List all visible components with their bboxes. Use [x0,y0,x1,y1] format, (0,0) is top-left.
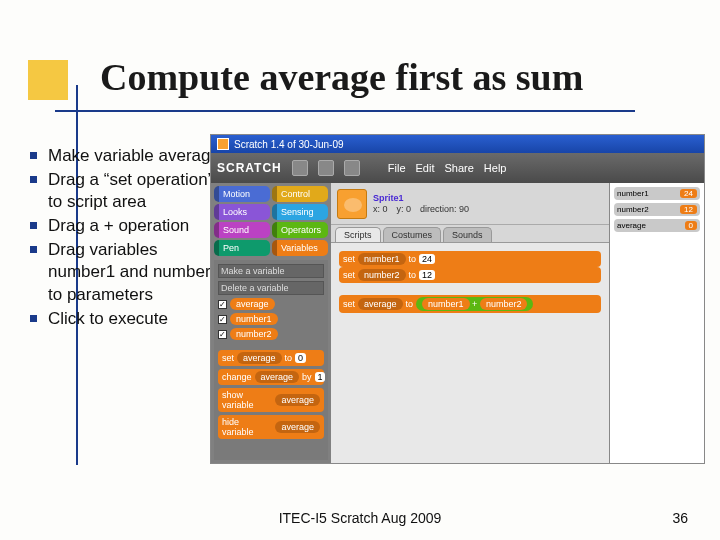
operator-plus-block[interactable]: number1 + number2 [416,297,533,311]
globe-icon[interactable] [292,160,308,176]
block-palette-column: Motion Control Looks Sensing Sound Opera… [211,183,331,463]
category-variables[interactable]: Variables [272,240,328,256]
script-block[interactable]: set average to number1 + number2 [339,295,601,313]
menu-file[interactable]: File [388,162,406,174]
var-pill[interactable]: number1 [230,313,278,325]
slide-divider-horizontal [55,110,635,112]
tab-scripts[interactable]: Scripts [335,227,381,242]
category-motion[interactable]: Motion [214,186,270,202]
category-control[interactable]: Control [272,186,328,202]
reporter-average: average 0 [614,219,700,232]
bullet-list: Make variable average Drag a “set operat… [30,145,220,332]
menu-share[interactable]: Share [444,162,473,174]
script-stack-2[interactable]: set average to number1 + number2 [339,295,601,313]
reporter-value: 0 [685,221,697,230]
block-hide-var[interactable]: hide variable average [218,415,324,439]
window-titlebar: Scratch 1.4 of 30-Jun-09 [211,135,704,153]
variables-palette: Make a variable Delete a variable ✓avera… [214,260,328,460]
bullet-item: Drag a “set operation” to script area [30,169,220,213]
reporter-label: number2 [617,205,649,214]
reporter-value: 24 [680,189,697,198]
sprite-name: Sprite1 [373,193,469,204]
script-block[interactable]: set number2 to 12 [339,267,601,283]
sprite-meta: Sprite1 x: 0 y: 0 direction: 90 [373,193,469,215]
scratch-window: Scratch 1.4 of 30-Jun-09 SCRATCH File Ed… [210,134,705,464]
tab-costumes[interactable]: Costumes [383,227,442,242]
block-change[interactable]: change average by 1 [218,369,324,385]
bullet-item: Click to execute [30,308,220,330]
sprite-header: Sprite1 x: 0 y: 0 direction: 90 [331,183,609,225]
slide-footer: ITEC-I5 Scratch Aug 2009 [0,510,720,526]
slide-accent-square [28,60,68,100]
delete-variable-button[interactable]: Delete a variable [218,281,324,295]
scratch-logo: SCRATCH [217,161,282,175]
bullet-item: Drag variables number1 and number2 to pa… [30,239,220,305]
menu-edit[interactable]: Edit [416,162,435,174]
menubar: SCRATCH File Edit Share Help [211,153,704,183]
var-checkbox-average[interactable]: ✓average [218,298,324,310]
open-icon[interactable] [344,160,360,176]
reporter-number2: number2 12 [614,203,700,216]
tab-sounds[interactable]: Sounds [443,227,492,242]
app-icon [217,138,229,150]
window-title: Scratch 1.4 of 30-Jun-09 [234,139,344,150]
var-checkbox-number2[interactable]: ✓number2 [218,328,324,340]
stage-column: number1 24 number2 12 average 0 [609,183,704,463]
save-icon[interactable] [318,160,334,176]
category-sound[interactable]: Sound [214,222,270,238]
category-looks[interactable]: Looks [214,204,270,220]
category-sensing[interactable]: Sensing [272,204,328,220]
block-show-var[interactable]: show variable average [218,388,324,412]
menu-help[interactable]: Help [484,162,507,174]
sprite-thumbnail-icon[interactable] [337,189,367,219]
slide-title: Compute average first as sum [100,55,583,99]
category-operators[interactable]: Operators [272,222,328,238]
reporter-number1: number1 24 [614,187,700,200]
var-pill[interactable]: average [230,298,275,310]
category-pen[interactable]: Pen [214,240,270,256]
reporter-label: average [617,221,646,230]
script-stack-1[interactable]: set number1 to 24 set number2 to 12 [339,251,601,283]
scripts-column: Sprite1 x: 0 y: 0 direction: 90 Scripts … [331,183,609,463]
block-set[interactable]: set average to 0 [218,350,324,366]
script-block[interactable]: set number1 to 24 [339,251,601,267]
script-area[interactable]: set number1 to 24 set number2 to 12 set [331,242,609,463]
bullet-item: Drag a + operation [30,215,220,237]
reporter-value: 12 [680,205,697,214]
reporter-label: number1 [617,189,649,198]
bullet-item: Make variable average [30,145,220,167]
var-checkbox-number1[interactable]: ✓number1 [218,313,324,325]
sprite-position: x: 0 y: 0 direction: 90 [373,204,469,215]
var-pill[interactable]: number2 [230,328,278,340]
page-number: 36 [672,510,688,526]
sprite-tabs: Scripts Costumes Sounds [331,225,609,242]
make-variable-button[interactable]: Make a variable [218,264,324,278]
